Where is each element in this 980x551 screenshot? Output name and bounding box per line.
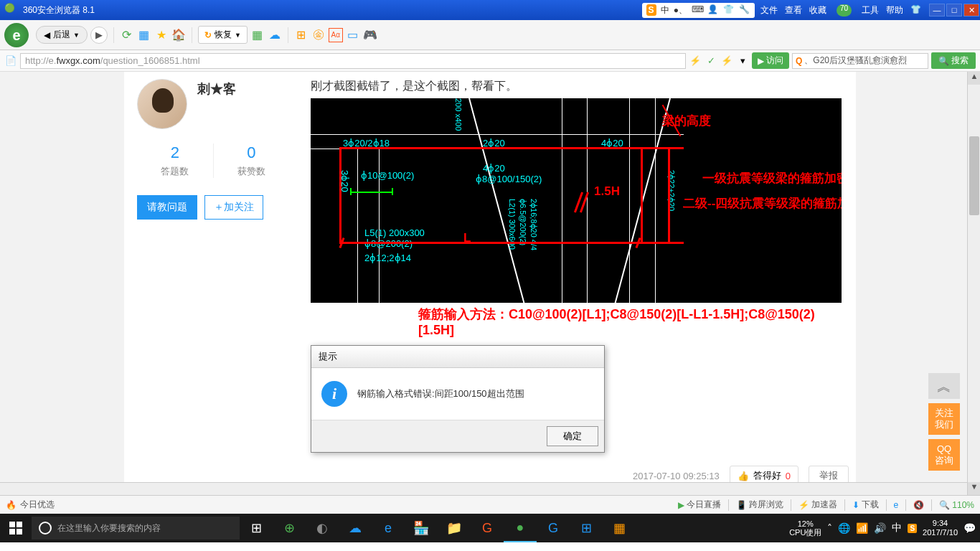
tray-network-icon[interactable]: 🌐	[838, 522, 850, 534]
avatar[interactable]	[137, 79, 187, 129]
menu-help[interactable]: 帮助	[886, 4, 903, 17]
timestamp: 2017-07-10 09:25:13	[633, 471, 720, 481]
taskbar-explorer[interactable]: 📁	[438, 514, 471, 542]
compat-icon[interactable]: ⚡	[720, 55, 733, 67]
zoom-control[interactable]: 🔍110%	[939, 500, 974, 510]
ie-mode-icon[interactable]: e	[894, 500, 899, 510]
wrench-icon: 🔧	[739, 4, 750, 16]
grid-icon[interactable]: ⊞	[294, 28, 308, 42]
download-button[interactable]: ⬇下载	[852, 499, 879, 511]
stat-likes[interactable]: 0 获赞数	[214, 143, 290, 178]
maximize-button[interactable]: □	[946, 4, 962, 17]
notification-badge[interactable]: 70	[837, 4, 852, 17]
horizontal-scrollbar[interactable]	[0, 482, 967, 495]
window-title: 360安全浏览器 8.1	[23, 4, 95, 17]
taskbar-app-7[interactable]: G	[537, 514, 570, 542]
browser-toolbar: ◀后退▼ ▶ ⟳ ▦ ★ 🏠 ↻恢复▼ ▦ ☁ ⊞ ㊎ Aα ▭ 🎮	[0, 20, 980, 50]
url-input[interactable]: http://e.fwxgx.com/question_1606851.html	[20, 53, 686, 69]
cpu-meter[interactable]: 12% CPU使用	[789, 519, 821, 537]
flash-icon[interactable]: ⚡	[689, 55, 702, 67]
input-method-note: 箍筋输入方法：C10@100(2)[L1];C8@150(2)[L-L1-1.5…	[418, 306, 849, 338]
menu-view[interactable]: 查看	[785, 4, 802, 17]
money-icon[interactable]: ㊎	[311, 28, 326, 42]
game-icon[interactable]: 🎮	[363, 28, 377, 42]
live-button[interactable]: ▶今日直播	[678, 499, 721, 511]
sogou-icon: S	[646, 4, 656, 16]
extension-icon[interactable]: ▦	[250, 28, 265, 42]
house-icon[interactable]: 🏠	[171, 28, 186, 42]
taskbar-app-1[interactable]: ⊕	[273, 514, 306, 542]
cad-image: 3ϕ20/2ϕ18 2ϕ20 4ϕ20 ϕ10@100(2) 4ϕ20 ϕ8@1…	[311, 98, 842, 303]
tray-clock[interactable]: 9:34 2017/7/10	[923, 519, 958, 537]
error-dialog: 提示 i 钢筋输入格式错误:间距100/150超出范围 确定	[311, 345, 605, 453]
info-icon: i	[321, 381, 347, 407]
skin-icon[interactable]: 👕	[910, 4, 921, 17]
vertical-scrollbar[interactable]: ▲ ▼	[967, 72, 980, 495]
favorite-icon[interactable]: ★	[154, 28, 169, 42]
shirt-icon: 👕	[723, 4, 735, 16]
search-button[interactable]: 🔍 搜索	[931, 52, 976, 69]
accelerator-button[interactable]: ⚡加速器	[798, 499, 837, 511]
lock-icon[interactable]: ✓	[705, 55, 717, 67]
ime-icons: ●、	[674, 4, 687, 17]
ime-lang: 中	[661, 4, 669, 17]
keyboard-icon: ⌨	[692, 4, 703, 16]
tray-sogou-icon[interactable]: S	[908, 524, 917, 533]
ime-panel[interactable]: S 中 ●、 ⌨ 👤 👕 🔧	[642, 3, 755, 18]
ask-question-button[interactable]: 请教问题	[137, 195, 197, 220]
app-icon: 🟢	[4, 3, 19, 17]
stat-answers[interactable]: 2 答题数	[137, 143, 213, 178]
tray-notifications-icon[interactable]: 💬	[963, 522, 976, 534]
dialog-title: 提示	[311, 346, 604, 368]
menu-tools[interactable]: 工具	[862, 4, 879, 17]
tray-ime[interactable]: 中	[892, 522, 902, 534]
task-view-icon[interactable]: ⊞	[240, 514, 273, 542]
follow-us-button[interactable]: 关注 我们	[928, 403, 960, 435]
thumb-up-icon: 👍	[738, 471, 749, 481]
today-picks[interactable]: 今日优选	[20, 499, 55, 511]
mute-icon[interactable]: 🔇	[913, 500, 924, 510]
back-button[interactable]: ◀后退▼	[36, 26, 88, 44]
follow-button[interactable]: ＋加关注	[204, 195, 263, 220]
tray-chevron-icon[interactable]: ˄	[827, 522, 832, 534]
taskbar-app-2[interactable]: ◐	[306, 514, 339, 542]
ad-icon[interactable]: Aα	[329, 28, 343, 42]
taskbar-app-3[interactable]: ☁	[339, 514, 372, 542]
search-input[interactable]: Q、G20后汉堡骚乱愈演愈烈	[792, 53, 928, 69]
taskbar-app-6[interactable]: G	[471, 514, 504, 542]
scroll-top-button[interactable]: ︽	[928, 373, 960, 399]
menu-file[interactable]: 文件	[760, 4, 778, 17]
tray-wifi-icon[interactable]: 📶	[856, 522, 868, 534]
answer-title: 刚才截图截错了，是这个截图，帮看下。	[311, 79, 849, 94]
home-icon[interactable]: ▦	[137, 28, 151, 42]
cortana-search[interactable]: 在这里输入你要搜索的内容	[32, 517, 240, 540]
taskbar-app-9[interactable]: ▦	[603, 514, 636, 542]
cloud-icon[interactable]: ☁	[268, 28, 282, 42]
dropdown-icon[interactable]: ▾	[736, 55, 749, 67]
visit-button[interactable]: ▶ 访问	[752, 52, 789, 69]
forward-button[interactable]: ▶	[90, 27, 108, 44]
video-icon[interactable]: ▭	[346, 28, 360, 42]
answer-panel: 刚才截图截错了，是这个截图，帮看下。 3ϕ20/2ϕ18 2ϕ20 4ϕ20 ϕ…	[289, 72, 856, 495]
restore-button[interactable]: ↻恢复▼	[198, 26, 248, 44]
taskbar-app-8[interactable]: ⊞	[570, 514, 603, 542]
scroll-thumb[interactable]	[969, 136, 979, 215]
tray-volume-icon[interactable]: 🔊	[874, 522, 886, 534]
close-button[interactable]: ✕	[963, 4, 979, 17]
start-button[interactable]	[0, 514, 32, 542]
page-icon: 📄	[4, 55, 17, 67]
taskbar-360[interactable]: ●	[504, 514, 537, 542]
minimize-button[interactable]: —	[929, 4, 945, 17]
dialog-message: 钢筋输入格式错误:间距100/150超出范围	[357, 387, 524, 400]
scroll-down-icon[interactable]: ▼	[968, 482, 980, 495]
browser-logo-icon[interactable]	[4, 23, 29, 47]
menu-favorites[interactable]: 收藏	[809, 4, 826, 17]
scroll-up-icon[interactable]: ▲	[968, 72, 980, 85]
taskbar-edge[interactable]: e	[372, 514, 405, 542]
stop-icon[interactable]: ⟳	[120, 28, 134, 42]
hot-icon[interactable]: 🔥	[6, 500, 17, 510]
dialog-ok-button[interactable]: 确定	[547, 426, 598, 446]
qq-consult-button[interactable]: QQ 咨询	[928, 439, 960, 471]
taskbar-store[interactable]: 🏪	[405, 514, 438, 542]
cross-screen-button[interactable]: 📱跨屏浏览	[736, 499, 783, 511]
